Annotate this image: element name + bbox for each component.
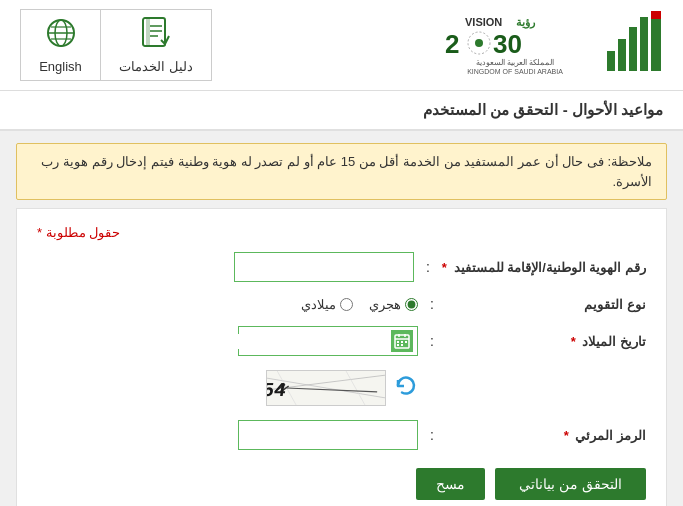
birthdate-input[interactable] xyxy=(219,334,387,349)
svg-rect-19 xyxy=(618,39,626,71)
svg-text:VISION: VISION xyxy=(465,16,502,28)
calendar-colon: : xyxy=(426,296,438,312)
svg-rect-18 xyxy=(607,51,615,71)
hijri-radio[interactable] xyxy=(405,298,418,311)
english-button[interactable]: English xyxy=(20,9,100,81)
notice-text: ملاحظة: فى حال أن عمر المستفيد من الخدمة… xyxy=(41,154,652,189)
globe-icon xyxy=(44,16,78,53)
miladi-label: ميلادي xyxy=(301,297,336,312)
hijri-label: هجري xyxy=(369,297,401,312)
svg-rect-31 xyxy=(397,344,399,346)
miladi-radio[interactable] xyxy=(340,298,353,311)
captcha-wrap: 1654 xyxy=(266,370,418,406)
captcha-display-row: : 1654 xyxy=(37,370,646,406)
verify-button[interactable]: التحقق من بياناتي xyxy=(495,468,646,500)
required-note: حقول مطلوبة xyxy=(37,225,646,240)
clear-button[interactable]: مسح xyxy=(416,468,485,500)
svg-point-14 xyxy=(475,39,483,47)
captcha-refresh-button[interactable] xyxy=(394,373,418,403)
svg-text:1654: 1654 xyxy=(267,380,287,402)
birthdate-required-star: * xyxy=(571,334,576,349)
svg-rect-29 xyxy=(401,341,403,343)
id-required-star: * xyxy=(442,260,447,275)
svg-text:المملكة العربية السعودية: المملكة العربية السعودية xyxy=(476,58,554,67)
button-row: التحقق من بياناتي مسح xyxy=(37,468,646,500)
calendar-radio-group: هجري ميلادي xyxy=(301,297,418,312)
birthdate-label-text: تاريخ الميلاد xyxy=(582,334,646,349)
notice-bar: ملاحظة: فى حال أن عمر المستفيد من الخدمة… xyxy=(16,143,667,200)
svg-text:2: 2 xyxy=(445,29,459,59)
calendar-type-label: نوع التقويم xyxy=(446,297,646,312)
book-icon xyxy=(141,16,171,53)
miladi-option[interactable]: ميلادي xyxy=(301,297,353,312)
svg-rect-28 xyxy=(397,341,399,343)
captcha-label-text: الرمز المرئي xyxy=(575,428,646,443)
services-guide-label: دليل الخدمات xyxy=(119,59,193,74)
page-title: مواعيد الأحوال - التحقق من المستخدم xyxy=(0,91,683,131)
svg-rect-23 xyxy=(651,11,661,19)
id-label-text: رقم الهوية الوطنية/الإقامة للمستفيد xyxy=(454,260,646,275)
calendar-icon-button[interactable] xyxy=(391,330,413,352)
svg-text:30: 30 xyxy=(493,29,522,59)
birthdate-input-wrap xyxy=(238,326,418,356)
english-label: English xyxy=(39,59,82,74)
svg-rect-22 xyxy=(651,11,661,71)
hijri-option[interactable]: هجري xyxy=(369,297,418,312)
form-container: حقول مطلوبة رقم الهوية الوطنية/الإقامة ل… xyxy=(16,208,667,506)
id-label: رقم الهوية الوطنية/الإقامة للمستفيد * xyxy=(442,260,646,275)
calendar-type-label-text: نوع التقويم xyxy=(584,297,646,312)
absher-logo xyxy=(605,11,663,80)
captcha-input-colon: : xyxy=(426,427,438,443)
captcha-input-row: الرمز المرئي * : xyxy=(37,420,646,450)
svg-rect-30 xyxy=(405,341,407,343)
svg-rect-6 xyxy=(146,18,150,46)
captcha-image: 1654 xyxy=(266,370,386,406)
birthdate-colon: : xyxy=(426,333,438,349)
captcha-required-star: * xyxy=(564,428,569,443)
svg-rect-21 xyxy=(640,17,648,71)
required-label: حقول مطلوبة xyxy=(46,225,121,240)
vision-logo: VISION رؤية 2 30 المملكة العربية السعودي… xyxy=(435,8,595,82)
nav-buttons: English دليل الخدمات xyxy=(20,9,212,81)
captcha-input[interactable] xyxy=(238,420,418,450)
calendar-type-row: نوع التقويم : هجري ميلادي xyxy=(37,296,646,312)
svg-rect-20 xyxy=(629,27,637,71)
captcha-label: الرمز المرئي * xyxy=(446,428,646,443)
id-input[interactable] xyxy=(234,252,414,282)
svg-text:KINGDOM OF SAUDI ARABIA: KINGDOM OF SAUDI ARABIA xyxy=(467,68,563,75)
logo-area: VISION رؤية 2 30 المملكة العربية السعودي… xyxy=(435,8,663,82)
svg-text:رؤية: رؤية xyxy=(516,16,536,29)
services-guide-button[interactable]: دليل الخدمات xyxy=(100,9,212,81)
svg-rect-32 xyxy=(401,344,403,346)
id-colon: : xyxy=(422,259,434,275)
birthdate-row: تاريخ الميلاد * : xyxy=(37,326,646,356)
id-row: رقم الهوية الوطنية/الإقامة للمستفيد * : xyxy=(37,252,646,282)
header: English دليل الخدمات VISION xyxy=(0,0,683,91)
birthdate-label: تاريخ الميلاد * xyxy=(446,334,646,349)
